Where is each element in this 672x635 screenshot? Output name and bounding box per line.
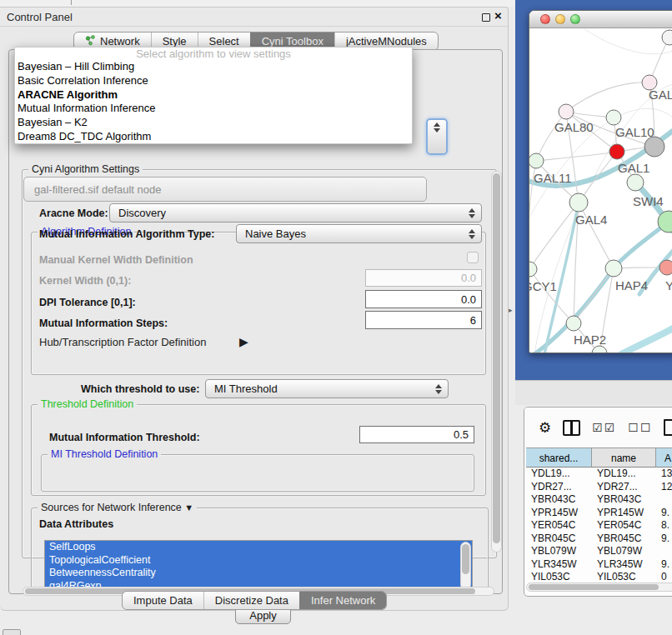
table-row[interactable]: YBL079WYBL079W: [526, 545, 672, 558]
node-gcy1[interactable]: [529, 262, 537, 277]
window-zoom-icon[interactable]: [570, 14, 580, 24]
node-salmon[interactable]: [659, 260, 672, 275]
network-table-combo[interactable]: gal-filtered.sif default node: [23, 177, 427, 202]
network-edge[interactable]: [536, 152, 617, 161]
network-graph[interactable]: GALGAL80GAL10GAL1GAL11SWI4GAL4GCY1HAP4YH…: [529, 28, 672, 353]
table-cell: 9.: [656, 558, 672, 572]
which-threshold-combo[interactable]: MI Threshold: [205, 379, 449, 398]
attribute-item[interactable]: SelfLoops: [45, 541, 472, 554]
table-cell: YIL053C: [526, 571, 592, 582]
deselect-all-checkboxes-icon[interactable]: ☐☐: [628, 421, 652, 434]
algorithm-option[interactable]: ARACNE Algorithm: [15, 88, 412, 102]
table-cell: YBL079W: [592, 545, 656, 558]
toolbar-remnant: [71, 0, 72, 5]
node-hap2[interactable]: [566, 316, 581, 331]
bottom-tab-impute-data[interactable]: Impute Data: [123, 592, 203, 609]
control-panel: Control Panel × NetworkStyleSelectCyni T…: [0, 7, 509, 611]
algorithm-option[interactable]: Bayesian – Hill Climbing: [15, 60, 412, 74]
node-swi4[interactable]: [627, 174, 644, 191]
manual-kernel-checkbox[interactable]: [467, 252, 479, 263]
network-edge[interactable]: [529, 269, 574, 323]
attribute-item[interactable]: BetweennessCentrality: [45, 567, 472, 580]
columns-icon[interactable]: [563, 420, 580, 436]
node-partial-top[interactable]: [662, 30, 672, 45]
algorithm-combo-remnant[interactable]: [426, 118, 448, 155]
column-header[interactable]: A: [656, 448, 672, 468]
network-window-titlebar[interactable]: [529, 11, 672, 28]
table-row[interactable]: YDR27...YDR27...12: [526, 481, 672, 494]
table-row[interactable]: YIL053CYIL053C0: [526, 571, 672, 582]
float-panel-icon[interactable]: [482, 13, 490, 22]
node-gal4[interactable]: [569, 193, 588, 212]
table-cell: 13: [656, 468, 672, 481]
expand-down-icon[interactable]: ▼: [184, 502, 193, 512]
window-close-icon[interactable]: [540, 14, 550, 24]
dpi-tolerance-field[interactable]: 0.0: [365, 290, 482, 308]
network-edge[interactable]: [566, 82, 649, 112]
gear-icon[interactable]: ⚙: [539, 419, 551, 437]
settings-vscrollbar[interactable]: [491, 171, 502, 552]
table-cell: YER054C: [592, 519, 656, 532]
table-row[interactable]: YLR345WYLR345W9.: [526, 558, 672, 572]
network-edge[interactable]: [536, 112, 566, 161]
node-gal10[interactable]: [606, 110, 621, 125]
mi-threshold-field[interactable]: 0.5: [359, 426, 474, 443]
attribute-item[interactable]: TopologicalCoefficient: [45, 554, 472, 568]
algorithm-option[interactable]: Bayesian – K2: [15, 116, 412, 130]
table-cell: YBR043C: [592, 493, 656, 507]
list-scrollbar[interactable]: [460, 542, 471, 590]
node-gray[interactable]: [644, 137, 664, 157]
sources-title-text: Sources for Network Inference: [41, 502, 182, 513]
table-row[interactable]: YPR145WYPR145W9.: [526, 507, 672, 520]
mi-steps-field[interactable]: 6: [365, 311, 482, 329]
apply-button-label: Apply: [249, 609, 277, 622]
collapsed-panel-icon[interactable]: [3, 629, 21, 635]
node-gal80[interactable]: [559, 104, 574, 119]
data-attributes-list[interactable]: SelfLoopsTopologicalCoefficientBetweenne…: [44, 540, 473, 592]
column-header[interactable]: name: [592, 448, 656, 468]
which-threshold-label: Which threshold to use:: [81, 383, 199, 395]
window-minimize-icon[interactable]: [555, 14, 565, 24]
network-view-window[interactable]: GALGAL80GAL10GAL1GAL11SWI4GAL4GCY1HAP4YH…: [529, 10, 672, 353]
close-panel-icon[interactable]: ×: [494, 8, 502, 22]
hub-section-label[interactable]: Hub/Transcription Factor Definition: [39, 336, 206, 348]
node-gal11[interactable]: [529, 153, 544, 168]
mi-type-label: Mutual Information Algorithm Type:: [39, 228, 214, 240]
node-hap4[interactable]: [605, 260, 622, 277]
node-table[interactable]: shared...nameAYDL19...YDL19...13YDR27...…: [526, 448, 672, 582]
bottom-tabs: Impute DataDiscretize DataInfer Network: [122, 591, 387, 610]
table-row[interactable]: YDL19...YDL19...13: [526, 468, 672, 481]
network-edge[interactable]: [574, 268, 614, 323]
control-panel-titlebar: Control Panel ×: [0, 8, 508, 27]
node-label: GCY1: [529, 279, 557, 293]
algorithm-option[interactable]: Dream8 DC_TDC Algorithm: [15, 130, 412, 144]
table-cell: YBR043C: [526, 493, 592, 507]
table-panel-titlebar: Table Panel: [515, 380, 672, 405]
aracne-mode-combo[interactable]: Discovery: [109, 203, 482, 222]
table-hscrollbar[interactable]: [526, 582, 672, 592]
select-all-checkboxes-icon[interactable]: ☑☑: [592, 421, 616, 434]
table-row[interactable]: YBR045CYBR045C9.: [526, 532, 672, 546]
algorithm-option[interactable]: Basic Correlation Inference: [15, 74, 412, 88]
data-attributes-label: Data Attributes: [39, 518, 113, 530]
table-row[interactable]: YER054CYER054C8.: [526, 519, 672, 532]
kernel-width-field[interactable]: 0.0: [365, 269, 482, 287]
column-header[interactable]: shared...: [526, 448, 592, 468]
kernel-width-value: 0.0: [461, 272, 476, 284]
bottom-tab-infer-network[interactable]: Infer Network: [299, 592, 386, 609]
new-table-icon[interactable]: [664, 419, 672, 436]
network-edge[interactable]: [621, 328, 672, 353]
table-cell: 9.: [656, 532, 672, 546]
node-label: Y: [665, 278, 672, 292]
expand-right-icon[interactable]: ▶: [239, 335, 248, 348]
node-label: HAP4: [615, 278, 648, 292]
network-canvas[interactable]: GALGAL80GAL10GAL1GAL11SWI4GAL4GCY1HAP4YH…: [529, 28, 672, 353]
manual-kernel-label: Manual Kernel Width Definition: [39, 254, 193, 266]
split-divider-arrow-icon[interactable]: ▸: [509, 306, 513, 314]
bottom-tab-discretize-data[interactable]: Discretize Data: [203, 592, 299, 609]
network-edge[interactable]: [584, 29, 672, 54]
mi-type-combo[interactable]: Naive Bayes: [236, 224, 482, 243]
node-red[interactable]: [609, 144, 624, 159]
algorithm-option[interactable]: Mutual Information Inference: [15, 102, 412, 116]
table-row[interactable]: YBR043CYBR043C: [526, 493, 672, 507]
